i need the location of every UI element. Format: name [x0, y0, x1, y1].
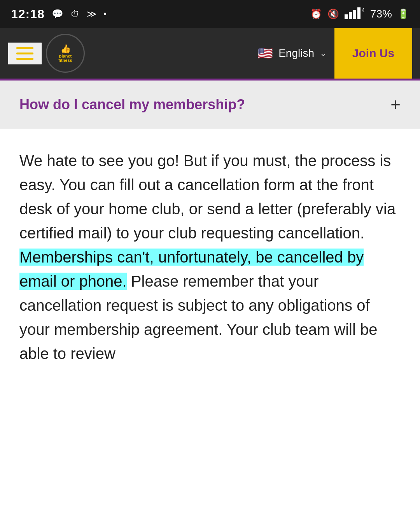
- status-bar: 12:18 💬 ⏱ ≫ • ⏰ 🔇 4G 73% 🔋: [0, 0, 420, 28]
- language-selector[interactable]: 🇺🇸 English ⌄: [250, 42, 334, 65]
- forward-icon: ≫: [87, 9, 96, 19]
- battery-percentage: 73%: [370, 8, 392, 20]
- dot-icon: •: [103, 9, 107, 19]
- logo-container[interactable]: 👍 planet fitness: [46, 34, 85, 73]
- logo-circle: 👍 planet fitness: [46, 34, 85, 73]
- flag-icon: 🇺🇸: [257, 46, 273, 61]
- svg-rect-1: [349, 12, 352, 19]
- svg-rect-0: [345, 14, 348, 19]
- hamburger-line-2: [16, 53, 33, 54]
- status-time: 12:18: [11, 7, 45, 21]
- content-paragraph: We hate to see you go! But if you must, …: [19, 149, 401, 366]
- content-area: We hate to see you go! But if you must, …: [0, 129, 420, 385]
- svg-text:4G: 4G: [362, 7, 365, 13]
- status-left-group: 12:18 💬 ⏱ ≫ •: [11, 7, 107, 21]
- faq-toggle-icon[interactable]: +: [390, 96, 401, 113]
- logo-text-fitness: fitness: [58, 58, 72, 63]
- join-us-label: Join Us: [352, 47, 394, 60]
- language-label: English: [278, 47, 314, 60]
- faq-question-text: How do I cancel my membership?: [19, 96, 245, 113]
- logo-thumb-icon: 👍: [58, 44, 72, 54]
- svg-rect-3: [357, 7, 360, 19]
- logo-inner: 👍 planet fitness: [58, 44, 72, 63]
- content-plain-text: We hate to see you go! But if you must, …: [19, 152, 396, 242]
- hamburger-button[interactable]: [8, 42, 42, 65]
- clock-icon: ⏱: [70, 9, 80, 19]
- join-us-button[interactable]: Join Us: [334, 28, 412, 79]
- chevron-down-icon: ⌄: [320, 48, 327, 58]
- chat-icon: 💬: [52, 9, 63, 19]
- hamburger-line-1: [16, 47, 33, 49]
- status-right-group: ⏰ 🔇 4G 73% 🔋: [310, 7, 409, 21]
- nav-bar: 👍 planet fitness 🇺🇸 English ⌄ Join Us: [0, 28, 420, 79]
- hamburger-line-3: [16, 58, 33, 60]
- signal-icon: 4G: [345, 7, 365, 21]
- svg-rect-2: [353, 10, 356, 19]
- alarm-icon: ⏰: [310, 9, 322, 19]
- mute-icon: 🔇: [327, 9, 339, 19]
- faq-question-row[interactable]: How do I cancel my membership? +: [0, 81, 420, 129]
- battery-icon: 🔋: [397, 9, 409, 19]
- faq-question-container: How do I cancel my membership? +: [0, 81, 420, 129]
